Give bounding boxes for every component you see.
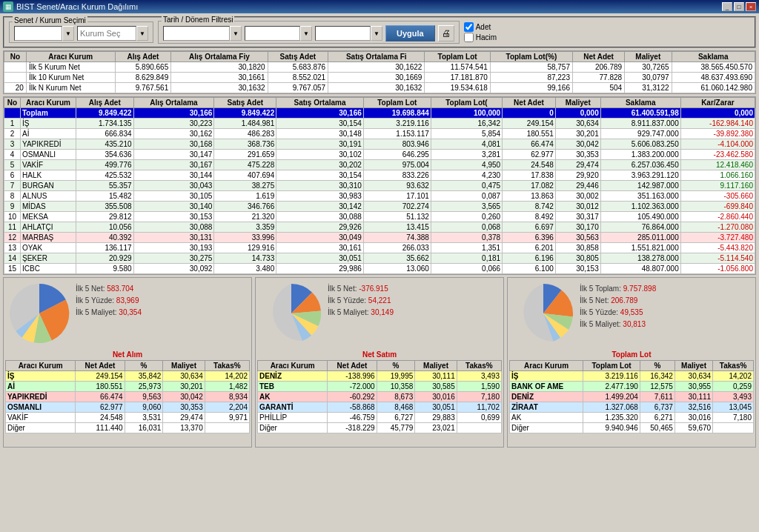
bottom-table-row[interactable]: VAKİF 24.548 3,531 29,474 9,971 xyxy=(6,413,250,423)
cell-maliyet: 30,955 xyxy=(675,382,712,392)
tarih-arasi-arrow[interactable]: ▼ xyxy=(230,26,242,41)
main-col-toplam-lot-pct: Toplam Lot( xyxy=(431,98,502,108)
close-button[interactable]: × xyxy=(746,2,756,11)
cell-toplam-lot: 13.060 xyxy=(363,264,431,274)
main-data-row[interactable]: 13 OYAK 136.117 30,193 129.916 30,161 26… xyxy=(4,243,755,253)
cell-maliyet: 30,201 xyxy=(163,382,205,392)
bottom-table-row[interactable]: DENİZ -138.996 19,995 30,111 3,493 xyxy=(258,371,502,382)
cell-kurum: OYAK xyxy=(21,243,76,253)
cell-alis-adet: 355.508 xyxy=(76,202,134,212)
cell-satis-ort: 30,102 xyxy=(276,150,364,160)
main-data-row[interactable]: 12 MARBAŞ 40.392 30,131 33.996 30,049 74… xyxy=(4,233,755,243)
cell-satis-ort: 29,986 xyxy=(276,264,364,274)
hacim-checkbox[interactable] xyxy=(464,33,474,42)
cell-satis-ort: 30,142 xyxy=(276,202,364,212)
adet-checkbox[interactable] xyxy=(464,22,474,32)
bottom-table-row[interactable]: PHİLLİP -46.759 6,727 29,883 0,699 xyxy=(258,413,502,423)
export-button[interactable]: 🖨 xyxy=(438,25,454,41)
bottom-table-row[interactable]: Diğer -318.229 45,779 23,021 xyxy=(258,423,502,433)
bottom-table-row[interactable]: İŞ 249.154 35,842 30,634 14,202 xyxy=(6,371,250,382)
cell-alis-ort: 30,162 xyxy=(133,129,214,139)
bottom-table-row[interactable]: Diğer 111.440 16,031 13,370 xyxy=(6,423,250,433)
cell-toplam-lot: 17.181.870 xyxy=(425,73,490,83)
cell-satis-ort: 30,1632 xyxy=(328,83,425,93)
bottom-table-row[interactable]: TEB -72.000 10,358 30,585 1,590 xyxy=(258,382,502,392)
main-data-row[interactable]: 6 HALK 425.532 30,144 407.694 30,154 833… xyxy=(4,170,755,181)
cell-satis-adet: 21.320 xyxy=(214,212,276,222)
cell-pct: 16,031 xyxy=(125,423,163,433)
cell-maliyet: 30,111 xyxy=(415,371,457,382)
adet-label: Adet xyxy=(476,23,491,31)
cell-kar-zarar: -23.462.580 xyxy=(680,150,755,160)
cell-alis-adet: 1.734.135 xyxy=(76,119,134,129)
kurum-input[interactable] xyxy=(77,26,136,41)
cell-kurum: Toplam xyxy=(21,108,76,119)
bottom-table-row[interactable]: AK -60.292 8,673 30,016 7,180 xyxy=(258,392,502,402)
cell-net-adet: 249.154 xyxy=(76,371,125,382)
cell-kurum: ICBC xyxy=(21,264,76,274)
main-col-alis-adet: Alış Adet xyxy=(76,98,134,108)
bottom-table-row[interactable]: GARANTİ -58.868 8,468 30,051 11,702 xyxy=(258,402,502,413)
main-data-row[interactable]: 5 VAKİF 499.776 30,167 475.228 30,202 97… xyxy=(4,160,755,170)
summary-row[interactable]: İlk 5 Kurum Net 5.890.665 30,1820 5.683.… xyxy=(4,62,755,73)
main-data-row[interactable]: 15 ICBC 9.580 30,092 3.480 29,986 13.060… xyxy=(4,264,755,274)
minimize-button[interactable]: _ xyxy=(722,2,732,11)
toplam-lot-ilk5toplam: İlk 5 Toplam: 9.757.898 xyxy=(580,283,656,295)
cell-alis-ort: 30,144 xyxy=(133,170,214,181)
cell-no: 10 xyxy=(4,212,21,222)
main-data-row[interactable]: 1 İŞ 1.734.135 30,223 1.484.981 30,154 3… xyxy=(4,119,755,129)
summary-row[interactable]: İlk 10 Kurum Net 8.629.849 30,1661 8.552… xyxy=(4,73,755,83)
cell-no: 15 xyxy=(4,264,21,274)
bottom-table-row[interactable]: YAPIKREDİ 66.474 9,563 30,042 8,934 xyxy=(6,392,250,402)
date1-input[interactable]: 13/01/2025 xyxy=(245,26,300,41)
main-data-row[interactable]: Toplam 9.849.422 30,166 9.849.422 30,166… xyxy=(4,108,755,119)
cell-pct: 25,973 xyxy=(125,382,163,392)
bottom-table-row[interactable]: OSMANLI 62.977 9,060 30,353 2,204 xyxy=(6,402,250,413)
date2-arrow[interactable]: ▼ xyxy=(371,26,382,41)
bottom-table-row[interactable]: DENİZ 1.499.204 7,611 30,111 3,493 xyxy=(510,392,754,402)
kurum-arrow[interactable]: ▼ xyxy=(136,26,148,41)
main-data-row[interactable]: 8 ALNUS 15.482 30,105 1.619 30,983 17.10… xyxy=(4,191,755,202)
restore-button[interactable]: □ xyxy=(734,2,744,11)
date1-arrow[interactable]: ▼ xyxy=(300,26,312,41)
col-toplam-lot: Toplam Lot xyxy=(425,52,490,62)
main-data-row[interactable]: 9 MİDAS 355.508 30,140 346.766 30,142 70… xyxy=(4,202,755,212)
cell-pct: 6,737 xyxy=(640,402,675,413)
tarih-arasi-input[interactable]: 2 Tarih Arası xyxy=(163,26,230,41)
cell-saklama: 61.060.142.980 xyxy=(672,83,755,93)
bottom-table-row[interactable]: Diğer 9.940.946 50,465 59,670 xyxy=(510,423,754,433)
bottom-table-row[interactable]: İŞ 3.219.116 16,342 30,634 14,202 xyxy=(510,371,754,382)
main-data-row[interactable]: 2 Aİ 666.834 30,162 486.283 30,148 1.153… xyxy=(4,129,755,139)
cell-satis-adet: 3.480 xyxy=(214,264,276,274)
bottom-table-row[interactable]: BANK OF AME 2.477.190 12,575 30,955 0,25… xyxy=(510,382,754,392)
cell-takas xyxy=(205,423,249,433)
cell-kurum: BANK OF AME xyxy=(510,382,583,392)
main-data-row[interactable]: 10 MEKSA 29.812 30,153 21.320 30,088 51.… xyxy=(4,212,755,222)
main-data-row[interactable]: 3 YAPIKREDİ 435.210 30,168 368.736 30,19… xyxy=(4,139,755,150)
bottom-table-row[interactable]: Aİ 180.551 25,973 30,201 1,482 xyxy=(6,382,250,392)
cell-net-adet: -72.000 xyxy=(328,382,377,392)
main-data-row[interactable]: 7 BURGAN 55.357 30,043 38.275 30,310 93.… xyxy=(4,181,755,191)
bottom-table-row[interactable]: ZİRAAT 1.327.068 6,737 32,516 13,045 xyxy=(510,402,754,413)
cell-maliyet: 30,042 xyxy=(555,139,600,150)
cell-alis-ort: 30,275 xyxy=(133,253,214,264)
summary-row[interactable]: 20 İlk N Kurum Net 9.767.561 30,1632 9.7… xyxy=(4,83,755,93)
senet-input[interactable]: MEGMT xyxy=(14,26,62,41)
date2-input[interactable]: 17/01/2025 xyxy=(315,26,371,41)
uygula-button[interactable]: Uygula xyxy=(385,25,435,41)
main-col-satis-ort: Satış Ortalama xyxy=(276,98,364,108)
main-data-row[interactable]: 11 AHLATÇI 10.056 30,088 3.359 29,926 13… xyxy=(4,222,755,233)
cell-alis-ort: 30,1661 xyxy=(171,73,268,83)
senet-arrow[interactable]: ▼ xyxy=(62,26,74,41)
main-data-row[interactable]: 4 OSMANLI 354.636 30,147 291.659 30,102 … xyxy=(4,150,755,160)
bottom-table-row[interactable]: AK 1.235.320 6,271 30,016 7,180 xyxy=(510,413,754,423)
net-satim-ilk5net: İlk 5 Net: -376.915 xyxy=(328,283,394,295)
col-toplam-lot-pct: Toplam Lot(%) xyxy=(490,52,572,62)
main-data-row[interactable]: 14 ŞEKER 20.929 30,275 14.733 30,051 35.… xyxy=(4,253,755,264)
cell-net-adet: 9.940.946 xyxy=(583,423,640,433)
cell-net-adet: 206.789 xyxy=(572,62,624,73)
cell-kurum: YAPIKREDİ xyxy=(21,139,76,150)
cell-takas: 14,202 xyxy=(205,371,249,382)
cell-kar-zarar: -699.840 xyxy=(680,202,755,212)
cell-satis-ort: 30,191 xyxy=(276,139,364,150)
